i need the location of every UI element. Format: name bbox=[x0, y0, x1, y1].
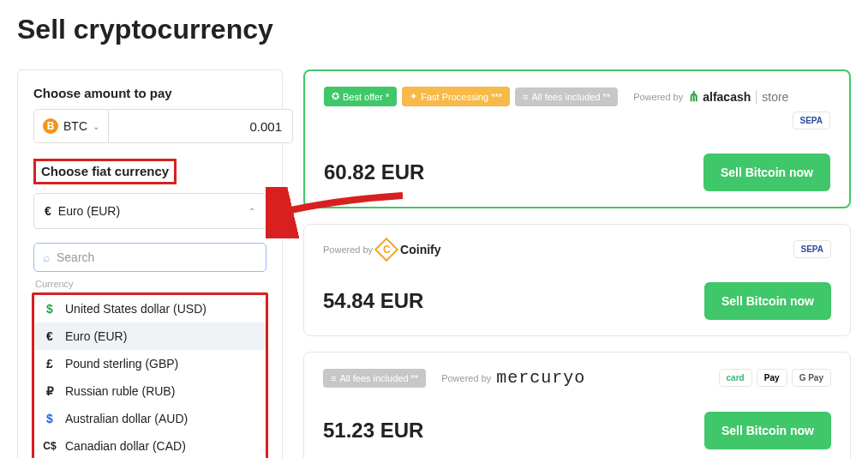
fiat-label: Choose fiat currency bbox=[41, 164, 169, 178]
powered-by-label: Powered by bbox=[441, 373, 491, 383]
chevron-up-icon: ⌃ bbox=[248, 207, 255, 216]
currency-item-usd[interactable]: $ United States dollar (USD) bbox=[34, 295, 266, 322]
alfacash-mark-icon: ⋔ bbox=[688, 88, 699, 105]
bitcoin-icon: B bbox=[43, 118, 58, 134]
payment-method-card: card bbox=[719, 369, 752, 387]
currency-item-rub[interactable]: ₽ Russian ruble (RUB) bbox=[34, 377, 266, 405]
dollar-icon: $ bbox=[43, 412, 57, 425]
fiat-selected-label: Euro (EUR) bbox=[58, 204, 120, 218]
badge-text: Fast Processing *** bbox=[421, 92, 502, 102]
alfacash-logo: ⋔ alfacash store bbox=[688, 88, 788, 105]
sell-button[interactable]: Sell Bitcoin now bbox=[704, 282, 831, 320]
currency-list-highlight: $ United States dollar (USD) € Euro (EUR… bbox=[32, 292, 268, 458]
payment-method-gpay: G Pay bbox=[792, 369, 831, 387]
currency-item-cad[interactable]: C$ Canadian dollar (CAD) bbox=[34, 432, 266, 458]
brand-name: coinify bbox=[400, 243, 440, 256]
list-icon: ≡ bbox=[523, 92, 528, 102]
currency-name: Pound sterling (GBP) bbox=[65, 357, 178, 371]
powered-by-label: Powered by bbox=[633, 92, 683, 102]
payment-method-sepa: SEPA bbox=[793, 111, 831, 130]
powered-by-label: Powered by bbox=[323, 244, 373, 255]
offer-card-mercuryo: ≡ All fees included ** Powered by mercur… bbox=[303, 352, 851, 458]
currency-item-aud[interactable]: $ Australian dollar (AUD) bbox=[34, 405, 266, 432]
offers-panel: ✪ Best offer * ✦ Fast Processing *** ≡ A… bbox=[303, 69, 851, 458]
bolt-icon: ✦ bbox=[410, 91, 417, 102]
coinify-logo: C coinify bbox=[378, 241, 440, 258]
payment-method-applepay: Pay bbox=[757, 369, 787, 387]
coinify-mark-icon: C bbox=[374, 237, 398, 261]
currency-name: United States dollar (USD) bbox=[65, 302, 207, 316]
search-icon: ⌕ bbox=[43, 250, 50, 264]
chevron-down-icon: ⌄ bbox=[93, 122, 99, 131]
badge-text: All fees included ** bbox=[339, 373, 418, 383]
fees-included-badge: ≡ All fees included ** bbox=[515, 87, 618, 106]
currency-search-input[interactable] bbox=[57, 250, 257, 264]
currency-item-eur[interactable]: € Euro (EUR) bbox=[34, 322, 266, 350]
ruble-icon: ₽ bbox=[43, 384, 57, 398]
sell-button[interactable]: Sell Bitcoin now bbox=[703, 154, 830, 191]
fiat-select[interactable]: € Euro (EUR) ⌃ bbox=[33, 193, 266, 229]
payment-method-sepa: SEPA bbox=[793, 240, 832, 258]
dollar-icon: C$ bbox=[43, 440, 57, 452]
dollar-icon: $ bbox=[43, 302, 57, 316]
currency-search-wrap[interactable]: ⌕ bbox=[33, 243, 266, 272]
badge-text: All fees included ** bbox=[531, 92, 610, 102]
offer-card-alfacash: ✪ Best offer * ✦ Fast Processing *** ≡ A… bbox=[303, 69, 851, 208]
offer-price: 54.84 EUR bbox=[323, 289, 423, 313]
sell-form-panel: Choose amount to pay B BTC ⌄ Choose fiat… bbox=[17, 69, 283, 458]
offer-card-coinify: Powered by C coinify SEPA 54.84 EUR Sell… bbox=[303, 224, 851, 336]
currency-name: Canadian dollar (CAD) bbox=[65, 439, 186, 453]
currency-name: Euro (EUR) bbox=[65, 329, 127, 343]
euro-icon: € bbox=[45, 204, 51, 218]
page-title: Sell cryptocurrency bbox=[17, 14, 851, 45]
fees-included-badge: ≡ All fees included ** bbox=[323, 369, 426, 388]
crypto-symbol: BTC bbox=[63, 119, 87, 133]
fiat-label-highlight: Choose fiat currency bbox=[33, 159, 177, 184]
best-offer-badge: ✪ Best offer * bbox=[324, 87, 397, 106]
currency-name: Australian dollar (AUD) bbox=[65, 412, 188, 425]
offer-price: 51.23 EUR bbox=[323, 419, 423, 443]
amount-input[interactable] bbox=[109, 109, 293, 143]
currency-name: Russian ruble (RUB) bbox=[65, 384, 175, 398]
euro-icon: € bbox=[43, 329, 57, 343]
offer-price: 60.82 EUR bbox=[324, 160, 424, 184]
pound-icon: £ bbox=[43, 357, 57, 371]
badge-text: Best offer * bbox=[343, 92, 389, 102]
currency-item-gbp[interactable]: £ Pound sterling (GBP) bbox=[34, 350, 266, 377]
mercuryo-logo: mercuryo bbox=[496, 368, 585, 388]
sell-button[interactable]: Sell Bitcoin now bbox=[704, 412, 831, 449]
list-icon: ≡ bbox=[331, 373, 336, 383]
alfacash-store-label: store bbox=[756, 90, 788, 104]
crypto-select[interactable]: B BTC ⌄ bbox=[33, 109, 109, 143]
shield-icon: ✪ bbox=[332, 91, 339, 102]
currency-list-heading: Currency bbox=[35, 279, 266, 289]
amount-label: Choose amount to pay bbox=[33, 86, 172, 100]
fast-processing-badge: ✦ Fast Processing *** bbox=[402, 87, 510, 106]
brand-name: alfacash bbox=[703, 90, 751, 104]
